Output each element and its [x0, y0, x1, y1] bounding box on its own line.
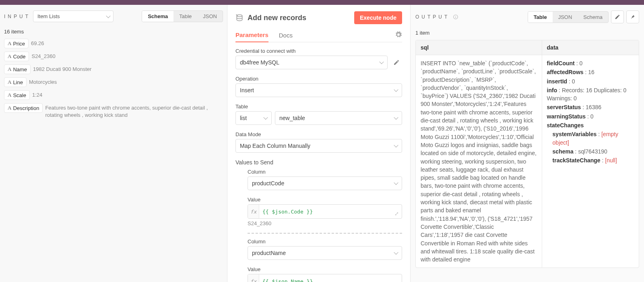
input-view-tabs: Schema Table JSON	[142, 10, 223, 22]
table-label: Table	[235, 104, 402, 110]
schema-row: AName 1982 Ducati 900 Monster	[4, 64, 223, 74]
schema-name: Line	[13, 79, 23, 85]
input-title: INPUT	[4, 14, 31, 19]
tab-docs[interactable]: Docs	[279, 29, 293, 42]
type-icon: A	[8, 92, 11, 98]
column-label: Column	[248, 238, 402, 245]
schema-value: Motorcycles	[29, 77, 57, 86]
type-icon: A	[8, 79, 11, 85]
kv-value: [null]	[605, 157, 617, 164]
kv-value: 16386	[586, 104, 601, 110]
schema-row: ALine Motorcycles	[4, 77, 223, 87]
tab-table[interactable]: Table	[173, 11, 197, 22]
table-name-select[interactable]: new_table	[275, 111, 402, 125]
credential-value: db4free MySQL	[240, 59, 279, 66]
edit-output-button[interactable]	[611, 10, 624, 23]
fx-icon: fx	[248, 274, 259, 282]
expand-icon[interactable]: ⤢	[391, 211, 402, 218]
pin-icon	[630, 14, 636, 20]
data-mode-value: Map Each Column Manually	[240, 143, 310, 149]
info-icon[interactable]	[453, 14, 458, 20]
schema-field-scale[interactable]: AScale	[4, 90, 30, 100]
kv-value: sql7643190	[578, 148, 607, 155]
operation-label: Operation	[235, 76, 402, 82]
kv-value: 0	[579, 60, 582, 66]
operation-select[interactable]: Insert	[235, 83, 402, 97]
schema-row: APrice 69.26	[4, 39, 223, 48]
column-label: Column	[248, 169, 402, 175]
pencil-icon	[615, 14, 620, 20]
input-panel: INPUT Item Lists Schema Table JSON 16 it…	[0, 5, 227, 282]
schema-value: S24_2360	[31, 52, 55, 60]
tab-schema[interactable]: Schema	[142, 11, 173, 22]
gear-icon[interactable]	[395, 31, 402, 39]
top-bar	[0, 0, 644, 5]
expression-text: {{ $json.Code }}	[259, 209, 391, 215]
expression-input-0[interactable]: fx {{ $json.Code }} ⤢	[248, 204, 402, 219]
column-select-1[interactable]: productName	[248, 246, 402, 260]
output-view-tabs: Table JSON Schema	[528, 11, 609, 23]
node-title: Add new records	[248, 14, 306, 22]
schema-value: 69.26	[31, 39, 44, 47]
execute-node-button[interactable]: Execute node	[354, 11, 402, 24]
schema-field-description[interactable]: ADescription	[4, 103, 43, 113]
column-value: productCode	[252, 180, 284, 187]
tab-parameters[interactable]: Parameters	[235, 28, 268, 42]
schema-field-price[interactable]: APrice	[4, 39, 29, 48]
kv-value: 0	[572, 78, 575, 85]
node-panel: Add new records Execute node Parameters …	[227, 5, 411, 282]
schema-name: Description	[13, 105, 39, 111]
svg-point-1	[456, 16, 456, 16]
type-icon: A	[8, 105, 11, 111]
input-source-select[interactable]: Item Lists	[33, 10, 114, 22]
out-tab-schema[interactable]: Schema	[578, 12, 608, 23]
schema-name: Price	[13, 41, 25, 47]
kv-value: 0	[590, 113, 594, 120]
value-label: Value	[248, 266, 402, 272]
data-mode-select[interactable]: Map Each Column Manually	[235, 139, 402, 153]
kv-key: stateChanges	[547, 122, 584, 129]
out-tab-json[interactable]: JSON	[553, 12, 578, 23]
table-name-value: new_table	[279, 115, 305, 121]
data-mode-label: Data Mode	[235, 131, 402, 137]
col-header-data: data	[542, 40, 639, 55]
tab-json[interactable]: JSON	[197, 11, 223, 22]
value-label: Value	[248, 197, 402, 203]
pin-output-button[interactable]	[626, 10, 639, 23]
schema-field-line[interactable]: ALine	[4, 77, 27, 87]
schema-field-name[interactable]: AName	[4, 64, 31, 74]
expression-text: {{ $json.Name }}	[259, 278, 391, 282]
schema-row: ACode S24_2360	[4, 52, 223, 61]
database-icon	[235, 14, 244, 22]
expression-input-1[interactable]: fx {{ $json.Name }} ⤢	[248, 274, 402, 282]
output-items-count: 1 item	[415, 30, 639, 36]
table-mode-select[interactable]: list	[235, 111, 272, 125]
schema-row: AScale 1:24	[4, 90, 223, 100]
schema-name: Code	[13, 54, 25, 60]
edit-credential-button[interactable]	[391, 57, 402, 68]
table-mode-value: list	[240, 115, 247, 121]
schema-value: 1:24	[32, 90, 42, 99]
operation-value: Insert	[240, 87, 254, 93]
fx-icon: fx	[248, 205, 259, 218]
column-select-0[interactable]: productCode	[248, 176, 402, 190]
data-cell: fieldCount : 0 affectedRows : 16 insertI…	[542, 55, 639, 170]
expand-icon[interactable]: ⤢	[391, 280, 402, 282]
expression-result: S24_2360	[248, 220, 402, 226]
schema-row: ADescription Features two-tone paint wit…	[4, 103, 223, 119]
schema-value: 1982 Ducati 900 Monster	[33, 64, 91, 73]
kv-value: Records: 16 Duplicates: 0 Warnings: 0	[547, 87, 627, 102]
credential-label: Credential to connect with	[235, 48, 402, 54]
out-tab-table[interactable]: Table	[528, 12, 553, 23]
output-title: OUTPUT	[415, 14, 450, 20]
schema-value: Features two-tone paint with chrome acce…	[45, 103, 214, 119]
sql-cell: INSERT INTO `new_table` (`productCode`, …	[416, 55, 542, 267]
schema-field-code[interactable]: ACode	[4, 52, 29, 61]
type-icon: A	[8, 40, 11, 47]
credential-select[interactable]: db4free MySQL	[235, 56, 388, 69]
schema-name: Name	[13, 66, 27, 73]
col-header-sql: sql	[416, 40, 542, 55]
svg-rect-2	[456, 17, 456, 18]
output-table: sql INSERT INTO `new_table` (`productCod…	[415, 40, 639, 268]
pencil-icon	[393, 59, 400, 66]
